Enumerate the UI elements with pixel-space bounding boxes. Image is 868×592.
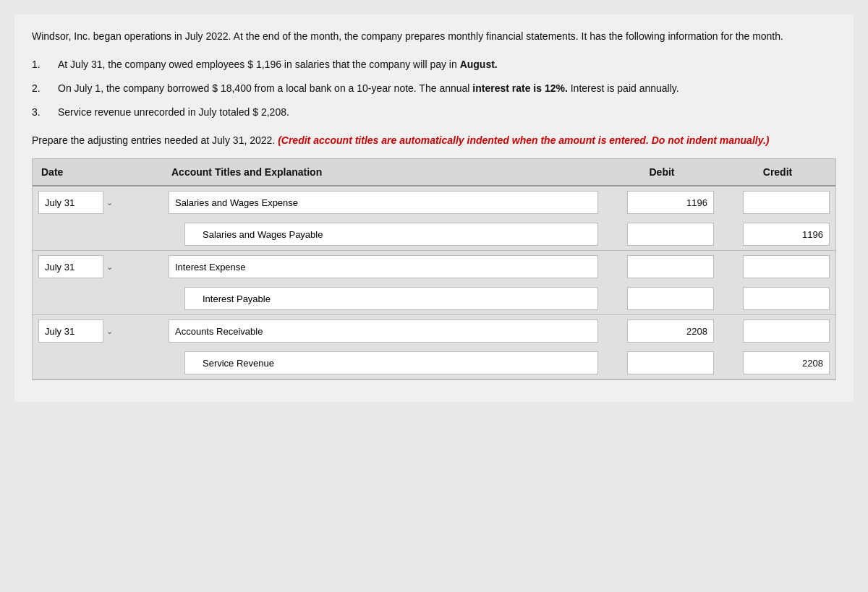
account-header: Account Titles and Explanation <box>163 159 604 185</box>
credit-input-1a[interactable] <box>743 191 830 214</box>
entry-group-3: ⌄ 2208 <box>33 315 835 379</box>
credit-input-2b[interactable] <box>743 287 830 310</box>
table-row: ⌄ <box>33 251 835 283</box>
account-input-2b[interactable] <box>184 287 598 310</box>
instructions-part1: Prepare the adjusting entries needed at … <box>32 134 278 146</box>
debit-cell <box>604 218 720 250</box>
account-cell <box>163 186 604 218</box>
account-cell <box>163 347 604 379</box>
debit-cell: 1196 <box>604 186 720 218</box>
dropdown-arrow-icon[interactable]: ⌄ <box>106 198 113 207</box>
credit-cell <box>720 315 835 347</box>
credit-header: Credit <box>720 159 835 185</box>
item-text: Service revenue unrecorded in July total… <box>58 105 289 120</box>
debit-input-2b[interactable] <box>627 287 714 310</box>
debit-cell <box>604 283 720 314</box>
account-input-3b[interactable] <box>184 351 598 374</box>
debit-value-1a: 1196 <box>627 191 714 214</box>
debit-value-3a: 2208 <box>627 319 714 343</box>
list-item: 2. On July 1, the company borrowed $ 18,… <box>32 81 836 96</box>
account-cell <box>163 315 604 347</box>
date-input-1[interactable] <box>38 191 103 214</box>
account-cell <box>163 283 604 314</box>
debit-header: Debit <box>604 159 720 185</box>
account-input-2a[interactable] <box>169 255 598 278</box>
account-input-1b[interactable] <box>184 223 598 246</box>
main-page: Windsor, Inc. began operations in July 2… <box>14 14 854 402</box>
credit-cell <box>720 251 835 283</box>
debit-input-3b[interactable] <box>627 351 714 374</box>
entry-group-2: ⌄ <box>33 251 835 315</box>
debit-cell <box>604 347 720 379</box>
date-cell-empty <box>33 230 163 239</box>
date-cell-empty <box>33 294 163 303</box>
table-row <box>33 283 835 314</box>
debit-input-1b[interactable] <box>627 223 714 246</box>
table-row: ⌄ 2208 <box>33 315 835 347</box>
credit-cell: 1196 <box>720 218 835 250</box>
date-input-3[interactable] <box>38 319 103 343</box>
date-cell: ⌄ <box>33 315 163 347</box>
account-input-3a[interactable] <box>169 319 598 343</box>
date-input-2[interactable] <box>38 255 103 278</box>
credit-input-3a[interactable] <box>743 319 830 343</box>
credit-cell: 2208 <box>720 347 835 379</box>
journal-table: Date Account Titles and Explanation Debi… <box>32 158 836 380</box>
dropdown-arrow-icon[interactable]: ⌄ <box>106 262 113 272</box>
entry-group-1: ⌄ 1196 <box>33 186 835 251</box>
credit-cell <box>720 283 835 314</box>
item-number: 1. <box>32 57 58 72</box>
debit-cell: 2208 <box>604 315 720 347</box>
credit-input-2a[interactable] <box>743 255 830 278</box>
date-cell: ⌄ <box>33 251 163 283</box>
date-cell: ⌄ <box>33 186 163 218</box>
table-row: 1196 <box>33 218 835 250</box>
account-cell <box>163 218 604 250</box>
list-item: 3. Service revenue unrecorded in July to… <box>32 105 836 120</box>
instructions-paragraph: Prepare the adjusting entries needed at … <box>32 133 836 148</box>
intro-paragraph: Windsor, Inc. began operations in July 2… <box>32 29 836 44</box>
account-input-1a[interactable] <box>169 191 598 214</box>
account-cell <box>163 251 604 283</box>
item-number: 2. <box>32 81 58 96</box>
table-row: ⌄ 1196 <box>33 186 835 218</box>
table-header: Date Account Titles and Explanation Debi… <box>33 159 835 186</box>
scenario-list: 1. At July 31, the company owed employee… <box>32 57 836 120</box>
table-row: 2208 <box>33 347 835 379</box>
instructions-part2: (Credit account titles are automatically… <box>278 134 769 146</box>
item-number: 3. <box>32 105 58 120</box>
dropdown-arrow-icon[interactable]: ⌄ <box>106 327 113 336</box>
item-text: On July 1, the company borrowed $ 18,400… <box>58 81 679 96</box>
credit-value-1b: 1196 <box>743 223 830 246</box>
date-cell-empty <box>33 359 163 367</box>
item-text: At July 31, the company owed employees $… <box>58 57 498 72</box>
debit-cell <box>604 251 720 283</box>
credit-cell <box>720 186 835 218</box>
debit-input-2a[interactable] <box>627 255 714 278</box>
list-item: 1. At July 31, the company owed employee… <box>32 57 836 72</box>
date-header: Date <box>33 159 163 185</box>
credit-value-3b: 2208 <box>743 351 830 374</box>
